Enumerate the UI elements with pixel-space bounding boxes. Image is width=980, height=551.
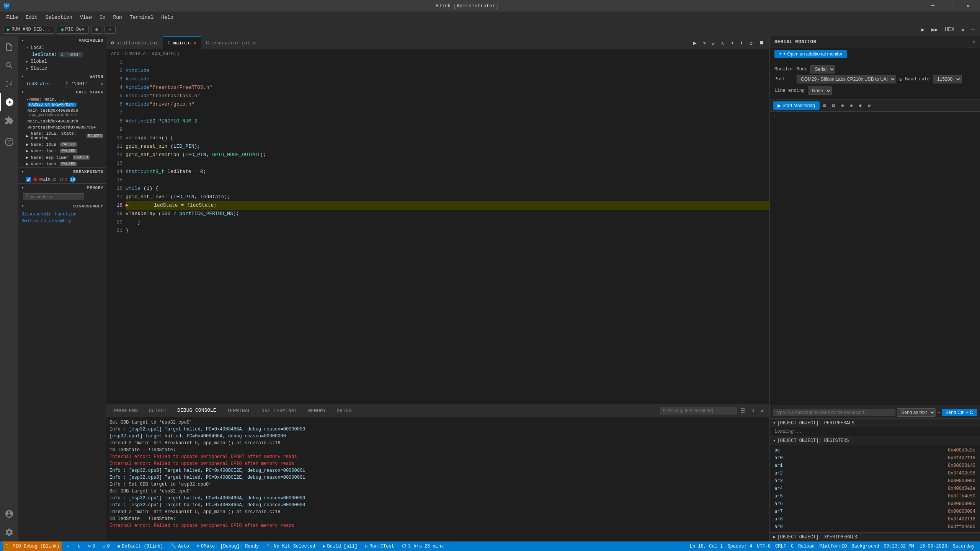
callstack-item-6[interactable]: ▶ Name: esp_timer PAUSED bbox=[18, 154, 106, 161]
close-right-panel-btn[interactable]: ✕ bbox=[972, 39, 975, 45]
run-debug-button[interactable]: ▶ RUN AND DEB... bbox=[3, 26, 54, 34]
peripherals-header[interactable]: ▾ [OBJECT OBJECT]: PERIPHERALS bbox=[770, 419, 980, 427]
activity-scm[interactable] bbox=[0, 75, 18, 93]
window-controls[interactable]: ─ □ ✕ bbox=[924, 0, 977, 11]
status-default[interactable]: ◉ Default (Blink) bbox=[115, 541, 165, 551]
serial-tool-2[interactable]: ⊟ bbox=[830, 102, 837, 109]
close-panel-btn[interactable]: ✕ bbox=[759, 407, 766, 415]
tab-memory[interactable]: MEMORY bbox=[304, 406, 331, 415]
status-sync[interactable]: ↻ bbox=[75, 541, 83, 551]
activity-extensions[interactable] bbox=[0, 111, 18, 130]
device-selector[interactable]: ◉ PIO Dev bbox=[57, 26, 89, 34]
serial-tool-1[interactable]: ⊞ bbox=[821, 102, 828, 109]
breakpoints-header[interactable]: ▾ BREAKPOINTS bbox=[18, 168, 106, 176]
status-errors[interactable]: ⊗ 0 bbox=[86, 541, 97, 551]
port-select[interactable]: COM29 - Silicon Labs CP210x USB to UART … bbox=[797, 75, 896, 83]
breakpoint-item-0[interactable]: main.c src 19 bbox=[18, 176, 106, 183]
serial-tool-3[interactable]: ⊕ bbox=[839, 102, 846, 109]
menu-help[interactable]: Help bbox=[158, 13, 176, 22]
settings-gear-button[interactable]: ⚙ bbox=[91, 26, 102, 34]
debug-run-btn[interactable]: ▶▶ bbox=[929, 26, 940, 34]
callstack-item-4[interactable]: ▶ Name: IDLE PAUSED bbox=[18, 141, 106, 148]
step-over-btn[interactable]: ↷ bbox=[700, 39, 708, 47]
status-time[interactable]: ⏱ 3 hrs 25 mins bbox=[400, 541, 446, 551]
tab-terminal[interactable]: TERMINAL bbox=[222, 406, 255, 415]
status-platformio[interactable]: PlatformIO bbox=[817, 544, 849, 549]
step-out-btn[interactable]: ↖ bbox=[719, 39, 727, 47]
debug-console-content[interactable]: Set GDB target to 'esp32.cpu0'Info : [es… bbox=[106, 417, 769, 541]
serial-tool-6[interactable]: ⚙ bbox=[866, 102, 873, 109]
memory-header[interactable]: ▾ MEMORY bbox=[18, 184, 106, 192]
step-fwd-btn[interactable]: ⬇ bbox=[738, 39, 745, 47]
disassemble-function-link[interactable]: Disassemble function bbox=[21, 212, 103, 217]
step-back-btn[interactable]: ⬆ bbox=[728, 39, 736, 47]
continue-btn[interactable]: ▶ bbox=[691, 39, 699, 47]
status-check[interactable]: ✓ bbox=[65, 541, 72, 551]
stop-btn[interactable]: ⏹ bbox=[756, 39, 766, 47]
status-run[interactable]: ▷ Run CTest bbox=[363, 541, 397, 551]
status-auto[interactable]: 🔧 Auto bbox=[168, 541, 191, 551]
menu-selection[interactable]: Selection bbox=[42, 13, 75, 22]
menu-go[interactable]: Go bbox=[96, 13, 109, 22]
activity-account[interactable] bbox=[0, 505, 18, 523]
status-warnings[interactable]: ⚠ 0 bbox=[100, 541, 112, 551]
activity-settings[interactable] bbox=[0, 523, 18, 541]
refresh-port-btn[interactable]: ↻ bbox=[899, 77, 902, 82]
breakpoint-checkbox[interactable] bbox=[26, 177, 31, 182]
status-reload[interactable]: Reload bbox=[796, 544, 817, 549]
breadcrumb-src[interactable]: src bbox=[111, 51, 119, 57]
menu-run[interactable]: Run bbox=[110, 13, 125, 22]
status-lang[interactable]: C bbox=[789, 544, 796, 549]
status-background[interactable]: Background bbox=[849, 544, 881, 549]
minimize-button[interactable]: ─ bbox=[924, 0, 942, 11]
filter-input[interactable] bbox=[660, 407, 737, 414]
open-additional-monitor-btn[interactable]: + + Open an additional monitor bbox=[774, 50, 847, 58]
start-monitoring-btn[interactable]: ▶ Start Monitoring bbox=[773, 101, 820, 110]
variables-header[interactable]: ▾ VARIABLES bbox=[18, 36, 106, 44]
status-cmake[interactable]: ⚙ CMake: [Debug]: Ready bbox=[194, 541, 261, 551]
more-options-button[interactable]: ⋯ bbox=[105, 26, 116, 34]
debug-hex-btn[interactable]: HEX bbox=[942, 26, 957, 33]
step-into-btn[interactable]: ↙ bbox=[710, 39, 717, 47]
menu-file[interactable]: File bbox=[3, 13, 21, 22]
close-button[interactable]: ✕ bbox=[959, 0, 977, 11]
xperipherals-header[interactable]: ▶ [OBJECT OBJECT]: XPERIPHERALS bbox=[770, 533, 980, 541]
tab-output[interactable]: OUTPUT bbox=[144, 406, 171, 415]
breadcrumb-fn[interactable]: app_main() bbox=[152, 51, 179, 57]
tab-main[interactable]: C main.c ✕ bbox=[163, 36, 201, 50]
expand-btn[interactable]: ⬆ bbox=[749, 407, 757, 415]
debug-more-btn[interactable]: ⋯ bbox=[969, 26, 977, 34]
tab-nrf[interactable]: NRF TERMINAL bbox=[257, 406, 302, 415]
memory-address-input[interactable] bbox=[23, 193, 84, 200]
collapse-btn[interactable]: ☰ bbox=[738, 407, 748, 415]
tab-platformio[interactable]: ⚙ platformio.ini bbox=[106, 36, 163, 50]
activity-debug[interactable] bbox=[0, 93, 18, 111]
debug-continue-btn[interactable]: ▶ bbox=[919, 26, 927, 34]
callstack-item-7[interactable]: ▶ Name: ipc0 PAUSED bbox=[18, 161, 106, 167]
line-ending-select[interactable]: None bbox=[808, 86, 832, 95]
status-ln-col[interactable]: Ln 18, Col 1 bbox=[688, 544, 725, 549]
menu-view[interactable]: View bbox=[77, 13, 95, 22]
disassembly-header[interactable]: ▾ DISASSEMBLY bbox=[18, 202, 106, 210]
watch-header[interactable]: ▾ WATCH bbox=[18, 72, 106, 80]
status-debug-item[interactable]: 🐛 PIO Debug (Blink) bbox=[3, 541, 62, 551]
switch-to-assembly-link[interactable]: Switch to assembly bbox=[21, 218, 103, 224]
send-arrow-btn[interactable]: → bbox=[937, 410, 940, 415]
baud-select[interactable]: 115200 bbox=[933, 75, 962, 83]
callstack-item-5[interactable]: ▶ Name: ipc1 PAUSED bbox=[18, 148, 106, 154]
tab-crosscore[interactable]: C crosscore_int.c bbox=[201, 36, 261, 50]
status-kit[interactable]: 🔨 No Kit Selected bbox=[264, 541, 317, 551]
code-scroll[interactable]: #include #include #include "freertos/Fre… bbox=[126, 58, 769, 404]
status-spaces[interactable]: Spaces: 4 bbox=[725, 544, 755, 549]
debug-watch-btn[interactable]: ◈ bbox=[959, 26, 967, 34]
activity-explorer[interactable] bbox=[0, 38, 18, 56]
local-group[interactable]: ▾ Local bbox=[18, 44, 106, 51]
tab-xrtos[interactable]: XRTOS bbox=[332, 406, 356, 415]
menu-terminal[interactable]: Terminal bbox=[127, 13, 157, 22]
tab-close-btn[interactable]: ✕ bbox=[193, 41, 196, 46]
tab-debug-console[interactable]: DEBUG CONSOLE bbox=[173, 406, 220, 415]
activity-pio[interactable] bbox=[0, 133, 18, 151]
status-build[interactable]: ▶ Build [all] bbox=[320, 541, 359, 551]
maximize-button[interactable]: □ bbox=[942, 0, 959, 11]
registers-header[interactable]: ▾ [OBJECT OBJECT]: REGISTERS bbox=[770, 436, 980, 445]
